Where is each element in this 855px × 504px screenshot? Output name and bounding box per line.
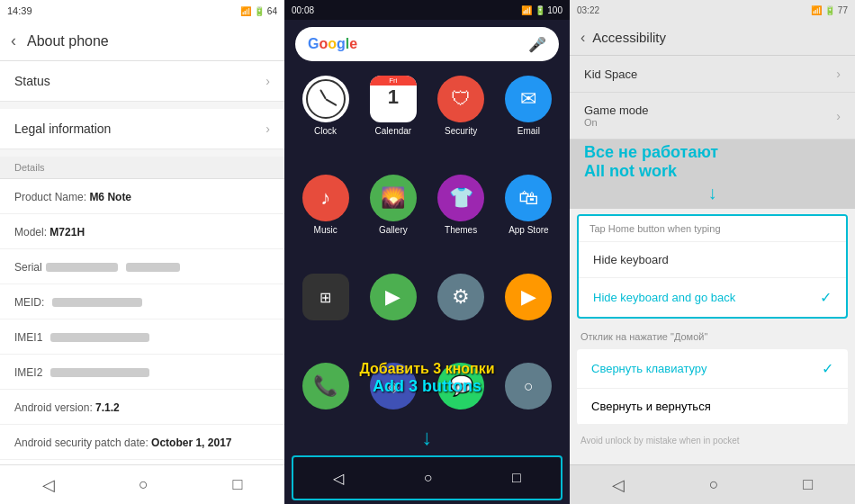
status-label: Status	[14, 74, 50, 88]
legal-menu-item[interactable]: Legal information ›	[0, 109, 284, 149]
status-icons-p1: 📶 🔋 64	[240, 6, 277, 16]
music-icon: ♪	[302, 175, 349, 221]
accessibility-panel: 03:22 📶 🔋 77 ‹ Accessibility Kid Space ›…	[570, 0, 855, 504]
detail-meid: MEID:	[0, 284, 284, 320]
app-row3-1[interactable]: ⊞	[295, 274, 356, 356]
back-icon-p1[interactable]: ‹	[11, 32, 16, 50]
gallery-icon: 🌄	[370, 175, 417, 221]
app-compass[interactable]: ◈	[363, 363, 423, 445]
label-product: Product Name:	[14, 191, 89, 203]
chevron-status: ›	[266, 74, 270, 88]
detail-security-patch: Android security patch date: October 1, …	[0, 425, 284, 460]
check-icon-2: ✓	[822, 360, 833, 377]
app-camera[interactable]: ○	[499, 363, 559, 445]
card1-header: Tap Home button when typing	[579, 216, 846, 242]
mic-icon[interactable]: 🎤	[528, 36, 546, 53]
kid-space-item[interactable]: Kid Space ›	[570, 56, 855, 93]
label-serial: Serial	[14, 261, 42, 274]
back-nav-p1[interactable]: ◁	[37, 470, 60, 500]
home-nav-p2[interactable]: ○	[413, 466, 444, 490]
play2-icon: ▶	[505, 274, 552, 320]
app-themes[interactable]: 👕 Themes	[431, 175, 491, 266]
app-music[interactable]: ♪ Music	[295, 175, 356, 266]
keyboard-ru-card: Свернуть клавиатуру ✓ Свернуть и вернуть…	[577, 349, 848, 425]
app-phone[interactable]: 📞	[295, 363, 356, 445]
home-nav-p1[interactable]: ○	[133, 470, 154, 500]
chevron-game: ›	[836, 109, 841, 123]
statusbar-p1: 14:39 📶 🔋 64	[0, 0, 284, 22]
app-row3-2[interactable]: ▶	[363, 274, 423, 356]
app-security[interactable]: 🛡 Security	[431, 76, 491, 167]
navbar-p3: ◁ ○ □	[570, 464, 855, 504]
hide-go-back-label: Hide keyboard and go back	[593, 291, 735, 304]
app-email[interactable]: ✉ Email	[499, 76, 559, 167]
app-gallery[interactable]: 🌄 Gallery	[363, 175, 423, 266]
label-imei2: IMEI2	[14, 366, 42, 379]
app-settings[interactable]: ⚙	[431, 274, 491, 356]
settings-icon: ⚙	[437, 274, 484, 320]
value-android-ver: 7.1.2	[95, 401, 120, 414]
option-ru-1[interactable]: Свернуть клавиатуру ✓	[577, 349, 848, 389]
status-icons-p2: 📶 🔋 100	[521, 5, 562, 15]
down-indicator: ↓	[584, 181, 841, 205]
content-p3: Kid Space › Game mode On › Все не работа…	[570, 56, 855, 464]
option-ru-2[interactable]: Свернуть и вернуться	[577, 389, 848, 425]
details-header: Details	[0, 157, 284, 179]
value-security-patch: October 1, 2017	[151, 436, 231, 449]
app-clock-label: Clock	[314, 126, 337, 136]
app-themes-label: Themes	[445, 225, 477, 235]
app-music-label: Music	[314, 225, 338, 235]
header-p3: ‹ Accessibility	[570, 20, 855, 56]
error-text-en: All not work	[584, 162, 841, 181]
page-title-p3: Accessibility	[592, 30, 666, 45]
app-clock[interactable]: Clock	[295, 76, 356, 167]
detail-product: Product Name: M6 Note	[0, 179, 284, 214]
themes-icon: 👕	[437, 175, 484, 221]
time-p1: 14:39	[7, 5, 32, 16]
google-logo: Google	[308, 36, 357, 52]
hide-keyboard-label: Hide keyboard	[593, 253, 669, 266]
recents-nav-p2[interactable]: □	[501, 466, 532, 490]
email-icon: ✉	[505, 76, 552, 122]
appstore-icon: 🛍	[505, 175, 552, 221]
app-whatsapp[interactable]: 💬	[431, 363, 491, 445]
time-p3: 03:22	[577, 5, 599, 15]
detail-serial: Serial	[0, 249, 284, 284]
app-row3-4[interactable]: ▶	[499, 274, 559, 356]
app-calendar-label: Calendar	[375, 126, 412, 136]
phone-icon: 📞	[302, 363, 349, 410]
grid-icon: ⊞	[302, 274, 349, 320]
error-banner: Все не работают All not work ↓	[570, 140, 855, 209]
label-security-patch: Android security patch date:	[14, 436, 151, 449]
back-icon-p3[interactable]: ‹	[580, 30, 585, 46]
header-p1: ‹ About phone	[0, 22, 284, 61]
app-appstore-label: App Store	[508, 225, 548, 235]
value-meid-blurred	[52, 298, 142, 307]
clock-face	[306, 79, 346, 119]
home-nav-p3[interactable]: ○	[704, 470, 724, 500]
app-appstore[interactable]: 🛍 App Store	[499, 175, 559, 266]
detail-imei1: IMEI1	[0, 320, 284, 355]
status-menu-item[interactable]: Status ›	[0, 61, 284, 102]
app-calendar[interactable]: Fri 1 Calendar	[363, 76, 423, 167]
back-nav-p3[interactable]: ◁	[607, 470, 630, 500]
search-bar[interactable]: Google 🎤	[295, 27, 559, 61]
cal-day: 1	[388, 86, 399, 109]
error-text-ru: Все не работают	[584, 143, 841, 162]
homescreen-panel: 00:08 📶 🔋 100 Google 🎤 Clock Fri 1 Calen…	[284, 0, 570, 504]
back-nav-p2[interactable]: ◁	[322, 466, 355, 490]
detail-imei2: IMEI2	[0, 355, 284, 390]
app-security-label: Security	[445, 126, 477, 136]
option-hide-keyboard[interactable]: Hide keyboard	[579, 242, 846, 278]
detail-android-ver: Android version: 7.1.2	[0, 390, 284, 425]
game-mode-label: Game mode	[584, 104, 649, 117]
game-mode-item[interactable]: Game mode On ›	[570, 93, 855, 140]
navbar-p2: ◁ ○ □	[292, 455, 562, 500]
recents-nav-p3[interactable]: □	[797, 470, 818, 500]
app-email-label: Email	[518, 126, 540, 136]
footer-text: Avoid unlock by mistake when in pocket	[570, 430, 855, 451]
page-title-p1: About phone	[27, 33, 109, 50]
option-hide-go-back[interactable]: Hide keyboard and go back ✓	[579, 278, 846, 317]
recents-nav-p1[interactable]: □	[227, 470, 248, 500]
clock-min-hand	[325, 98, 337, 105]
